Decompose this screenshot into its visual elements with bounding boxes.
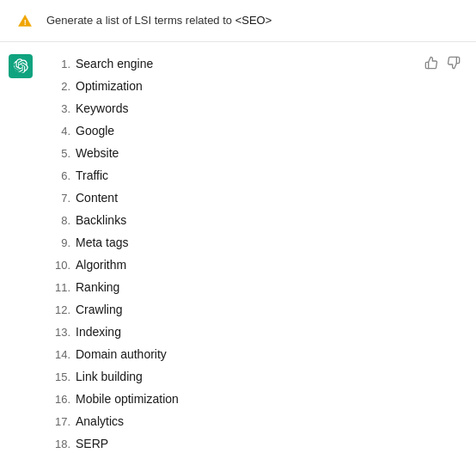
list-item: 18.SERP [43,432,414,453]
list-item-text: Search engine [76,55,153,73]
warning-icon: ! [14,9,38,33]
list-item-text: Google [76,122,114,140]
seo-tag: <SEO> [235,14,272,27]
action-buttons [423,54,462,453]
chatgpt-avatar [9,54,33,78]
list-item-text: Content [76,189,118,207]
list-item: 9.Meta tags [43,231,414,254]
list-item: 17.Analytics [43,410,414,432]
list-item: 14.Domain authority [43,343,414,365]
list-item-text: Mobile optimization [76,390,179,408]
list-item-text: Indexing [76,323,121,341]
list-item: 2.Optimization [43,75,414,97]
list-item-number: 10. [43,257,70,274]
list-item-number: 6. [43,168,70,185]
list-item: 5.Website [43,142,414,164]
list-item-text: Backlinks [76,211,126,230]
list-item-text: SERP [76,435,108,453]
list-item-text: Link building [76,368,143,386]
list-item: 11.Ranking [43,276,414,298]
list-item: 10.Algorithm [43,254,414,276]
list-item-number: 1. [43,56,70,73]
list-item-number: 18. [43,436,70,453]
list-item-number: 15. [43,369,70,386]
list-item-text: Ranking [76,279,119,297]
list-item-text: Traffic [76,167,108,185]
list-item-number: 4. [43,123,70,140]
prompt-text: Generate a list of LSI terms related to … [46,13,272,28]
top-bar: ! Generate a list of LSI terms related t… [0,0,476,42]
list-item-text: Algorithm [76,256,126,274]
list-item-number: 8. [43,212,70,230]
list-item-number: 9. [43,235,70,252]
list-item: 3.Keywords [43,97,414,119]
list-item-text: Website [76,144,119,162]
list-item-text: Crawling [76,301,122,319]
list-item-number: 14. [43,346,70,364]
list-item-number: 7. [43,190,70,207]
list-item: 13.Indexing [43,321,414,343]
list-item-number: 5. [43,145,70,162]
list-item: 12.Crawling [43,298,414,321]
list-item-text: Domain authority [76,346,167,364]
list-item-number: 2. [43,78,70,95]
list-item-number: 16. [43,391,70,408]
list-item: 16.Mobile optimization [43,388,414,410]
list-item-text: Analytics [76,413,124,431]
list-item: 8.Backlinks [43,209,414,231]
list-item: 1.Search engine [43,52,414,75]
list-item: 6.Traffic [43,164,414,187]
svg-text:!: ! [24,18,27,27]
list-item-number: 11. [43,279,70,297]
lsi-list: 1.Search engine2.Optimization3.Keywords4… [43,52,414,453]
list-item: 15.Link building [43,365,414,388]
list-item-number: 12. [43,302,70,319]
list-item-number: 17. [43,413,70,431]
list-item: 7.Content [43,187,414,209]
main-content: 1.Search engine2.Optimization3.Keywords4… [0,42,476,453]
list-item-number: 13. [43,324,70,341]
list-item-text: Meta tags [76,234,128,252]
list-item-text: Optimization [76,77,143,95]
thumbs-down-button[interactable] [445,54,462,71]
thumbs-up-button[interactable] [423,54,440,71]
list-item-number: 3. [43,101,70,118]
list-item-text: Keywords [76,100,128,118]
list-item: 4.Google [43,119,414,142]
